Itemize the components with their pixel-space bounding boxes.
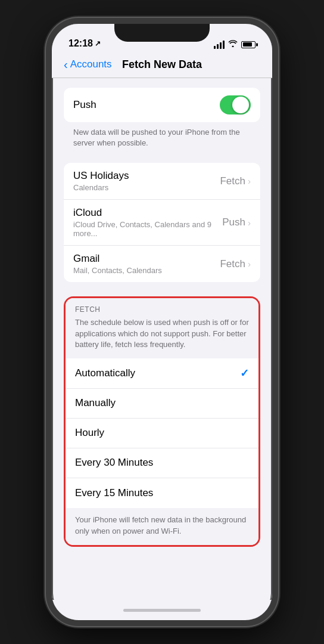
page-title: Fetch New Data <box>122 58 202 71</box>
fetch-option-automatically[interactable]: Automatically ✓ <box>66 358 258 389</box>
fetch-option-label-every-15: Every 15 Minutes <box>75 487 249 499</box>
wifi-icon <box>228 40 238 49</box>
fetch-section-outline: FETCH The schedule below is used when pu… <box>64 296 260 547</box>
account-row-gmail[interactable]: Gmail Mail, Contacts, Calendars Fetch › <box>64 246 260 282</box>
push-row: Push <box>64 88 260 122</box>
account-info-us-holidays: US Holidays Calendars <box>73 170 220 192</box>
chevron-right-icon: › <box>248 176 251 186</box>
account-action-label-icloud: Push <box>222 216 245 228</box>
account-action-gmail: Fetch › <box>220 258 251 270</box>
account-action-us-holidays: Fetch › <box>220 175 251 187</box>
fetch-option-hourly[interactable]: Hourly <box>66 419 258 448</box>
location-icon: ↗ <box>95 39 101 48</box>
home-indicator <box>52 600 272 620</box>
accounts-group: US Holidays Calendars Fetch › iCloud iCl… <box>64 163 260 282</box>
status-right-icons <box>214 40 256 49</box>
push-footer: New data will be pushed to your iPhone f… <box>73 127 251 148</box>
settings-content: Push New data will be pushed to your iPh… <box>52 78 272 600</box>
nav-header: ‹ Accounts Fetch New Data <box>52 54 272 78</box>
fetch-option-every-15[interactable]: Every 15 Minutes <box>66 478 258 508</box>
account-action-label-us-holidays: Fetch <box>220 175 245 187</box>
time-display: 12:18 <box>68 38 93 49</box>
fetch-option-every-30[interactable]: Every 30 Minutes <box>66 448 258 478</box>
fetch-footer-text: Your iPhone will fetch new data in the b… <box>75 515 246 535</box>
battery-fill <box>243 42 252 47</box>
push-toggle[interactable] <box>220 95 251 114</box>
fetch-section-label: FETCH <box>75 305 249 314</box>
fetch-option-label-every-30: Every 30 Minutes <box>75 457 249 469</box>
account-sub-icloud: iCloud Drive, Contacts, Calendars and 9 … <box>73 220 222 238</box>
account-name-gmail: Gmail <box>73 253 220 265</box>
signal-bar-1 <box>214 46 216 49</box>
signal-bars <box>214 41 225 49</box>
home-bar <box>123 609 201 612</box>
signal-bar-2 <box>217 44 219 49</box>
accounts-section: US Holidays Calendars Fetch › iCloud iCl… <box>52 163 272 282</box>
back-label: Accounts <box>70 58 112 70</box>
checkmark-icon-automatically: ✓ <box>240 367 249 380</box>
fetch-option-label-automatically: Automatically <box>75 367 240 379</box>
fetch-option-label-manually: Manually <box>75 397 249 409</box>
signal-bar-3 <box>220 42 222 49</box>
back-button[interactable]: ‹ Accounts <box>64 58 112 70</box>
account-row-icloud[interactable]: iCloud iCloud Drive, Contacts, Calendars… <box>64 200 260 246</box>
back-chevron-icon: ‹ <box>64 58 68 70</box>
fetch-section: FETCH The schedule below is used when pu… <box>64 296 260 547</box>
battery-icon <box>241 41 256 48</box>
push-group: Push <box>64 88 260 122</box>
fetch-section-header: FETCH The schedule below is used when pu… <box>66 298 258 358</box>
signal-bar-4 <box>223 41 225 49</box>
fetch-option-manually[interactable]: Manually <box>66 389 258 419</box>
push-label: Push <box>73 99 220 111</box>
account-action-label-gmail: Fetch <box>220 258 245 270</box>
account-name-us-holidays: US Holidays <box>73 170 220 182</box>
fetch-description: The schedule below is used when push is … <box>75 317 249 356</box>
toggle-knob <box>232 97 249 113</box>
account-row-us-holidays[interactable]: US Holidays Calendars Fetch › <box>64 163 260 200</box>
account-name-icloud: iCloud <box>73 207 222 219</box>
notch <box>114 24 210 42</box>
account-info-gmail: Gmail Mail, Contacts, Calendars <box>73 253 220 275</box>
fetch-options-list: Automatically ✓ Manually Hourly Every 30… <box>66 358 258 508</box>
account-sub-us-holidays: Calendars <box>73 183 220 192</box>
phone-frame: 12:18 ↗ <box>46 18 278 626</box>
fetch-option-label-hourly: Hourly <box>75 427 249 439</box>
push-section: Push New data will be pushed to your iPh… <box>52 88 272 148</box>
account-sub-gmail: Mail, Contacts, Calendars <box>73 266 220 275</box>
chevron-right-icon-gmail: › <box>248 259 251 269</box>
status-time: 12:18 ↗ <box>68 38 101 49</box>
fetch-footer: Your iPhone will fetch new data in the b… <box>66 508 258 545</box>
account-action-icloud: Push › <box>222 216 251 228</box>
account-info-icloud: iCloud iCloud Drive, Contacts, Calendars… <box>73 207 222 238</box>
chevron-right-icon-icloud: › <box>248 218 251 228</box>
